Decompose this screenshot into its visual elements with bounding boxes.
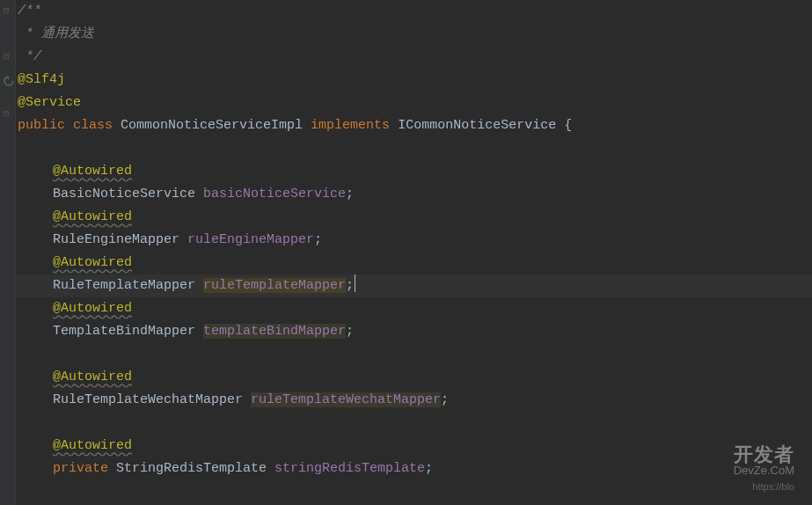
annotation-autowired: @Autowired bbox=[53, 255, 132, 270]
semicolon: ; bbox=[425, 461, 433, 476]
code-line[interactable]: @Autowired bbox=[16, 366, 812, 389]
fold-minus-icon[interactable]: ⊟ bbox=[4, 7, 12, 16]
field-modifier: private bbox=[53, 461, 108, 476]
code-line[interactable]: /** bbox=[16, 0, 812, 23]
code-line[interactable]: BasicNoticeService basicNoticeService; bbox=[16, 183, 812, 206]
code-line[interactable]: @Slf4j bbox=[16, 69, 812, 91]
code-line[interactable]: RuleTemplateWechatMapper ruleTemplateWec… bbox=[16, 389, 812, 412]
field-name: ruleEngineMapper bbox=[187, 232, 314, 247]
annotation-service: @Service bbox=[18, 95, 81, 110]
fold-end-icon[interactable]: ⊟ bbox=[4, 53, 12, 62]
code-line[interactable]: @Autowired bbox=[16, 435, 812, 457]
comment-body: * 通用发送 bbox=[18, 26, 94, 41]
comment-close: */ bbox=[18, 49, 41, 64]
code-line[interactable]: @Autowired bbox=[16, 160, 812, 183]
annotation-autowired: @Autowired bbox=[53, 370, 132, 384]
code-line[interactable]: RuleEngineMapper ruleEngineMapper; bbox=[16, 229, 812, 252]
field-type: RuleTemplateWechatMapper bbox=[53, 392, 243, 407]
code-line[interactable]: */ bbox=[16, 46, 812, 69]
semicolon: ; bbox=[346, 187, 354, 201]
editor-gutter: ⊟ ⊟ ⊟ bbox=[0, 0, 16, 505]
code-line[interactable]: @Autowired bbox=[16, 206, 812, 229]
field-type: RuleEngineMapper bbox=[53, 232, 179, 247]
class-modifiers: public class bbox=[18, 118, 113, 133]
semicolon: ; bbox=[441, 392, 449, 407]
code-line-current[interactable]: RuleTemplateMapper ruleTemplateMapper; bbox=[16, 274, 812, 297]
blank-line[interactable] bbox=[16, 137, 812, 160]
code-line[interactable]: @Autowired bbox=[16, 252, 812, 274]
class-name: CommonNoticeServiceImpl bbox=[121, 118, 303, 133]
field-name: stringRedisTemplate bbox=[274, 461, 425, 476]
semicolon: ; bbox=[346, 324, 354, 339]
implements-keyword: implements bbox=[311, 118, 390, 133]
comment-open: /** bbox=[18, 4, 41, 18]
interface-name: ICommonNoticeService bbox=[398, 118, 556, 133]
annotation-slf4j: @Slf4j bbox=[18, 72, 65, 87]
text-cursor bbox=[355, 274, 355, 292]
blank-line[interactable] bbox=[16, 343, 812, 366]
code-line[interactable]: TemplateBindMapper templateBindMapper; bbox=[16, 320, 812, 343]
code-line[interactable]: @Service bbox=[16, 91, 812, 114]
loop-icon[interactable] bbox=[4, 76, 12, 84]
semicolon: ; bbox=[314, 232, 322, 247]
fold-minus-icon[interactable]: ⊟ bbox=[4, 110, 12, 119]
blank-line[interactable] bbox=[16, 480, 812, 503]
code-editor[interactable]: ⊟ ⊟ ⊟ /** * 通用发送 */ @Slf4j @Service publ… bbox=[0, 0, 812, 505]
field-name-highlighted: templateBindMapper bbox=[203, 324, 346, 339]
field-name-highlighted: ruleTemplateWechatMapper bbox=[251, 392, 441, 407]
field-name: basicNoticeService bbox=[203, 187, 346, 201]
code-line[interactable]: * 通用发送 bbox=[16, 23, 812, 46]
semicolon: ; bbox=[346, 278, 354, 293]
annotation-autowired: @Autowired bbox=[53, 301, 132, 316]
annotation-autowired: @Autowired bbox=[53, 209, 132, 224]
code-line[interactable]: public class CommonNoticeServiceImpl imp… bbox=[16, 114, 812, 137]
code-line[interactable]: @Autowired bbox=[16, 297, 812, 320]
open-brace: { bbox=[564, 118, 572, 133]
code-line[interactable]: private StringRedisTemplate stringRedisT… bbox=[16, 457, 812, 480]
field-name-highlighted: ruleTemplateMapper bbox=[203, 278, 346, 293]
blank-line[interactable] bbox=[16, 412, 812, 435]
field-type: StringRedisTemplate bbox=[116, 461, 267, 476]
annotation-autowired: @Autowired bbox=[53, 438, 132, 453]
field-type: TemplateBindMapper bbox=[53, 324, 195, 339]
field-type: BasicNoticeService bbox=[53, 187, 195, 201]
field-type: RuleTemplateMapper bbox=[53, 278, 195, 293]
annotation-autowired: @Autowired bbox=[53, 164, 132, 179]
code-content[interactable]: /** * 通用发送 */ @Slf4j @Service public cla… bbox=[16, 0, 812, 505]
